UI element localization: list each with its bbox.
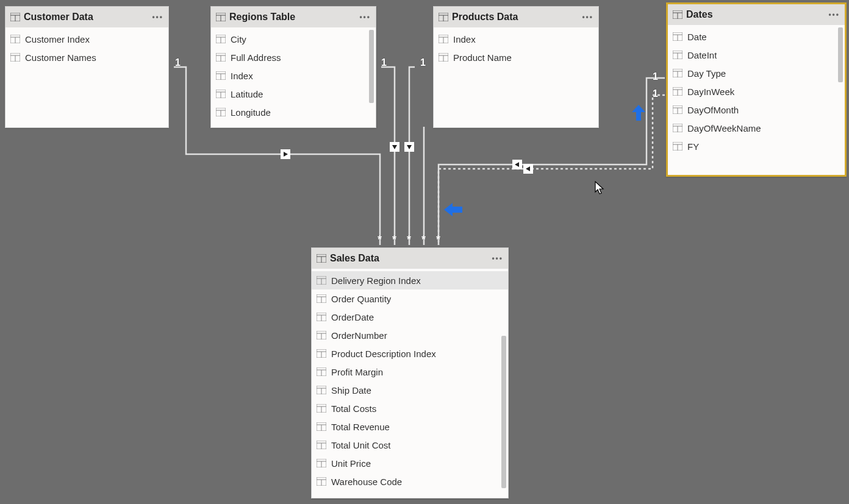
table-field[interactable]: Warehouse Code [312, 472, 508, 491]
table-icon [673, 10, 682, 19]
field-label: OrderNumber [331, 330, 387, 341]
table-field[interactable]: Index [211, 66, 376, 85]
column-icon [673, 32, 682, 41]
table-body: Date DateInt Day Type DayInWeek DayOfMon… [668, 25, 845, 175]
cardinality-many: * [392, 233, 396, 246]
table-field[interactable]: Ship Date [312, 381, 508, 399]
direction-marker [404, 142, 414, 152]
column-icon [673, 69, 682, 77]
field-label: Full Address [231, 52, 281, 63]
table-header[interactable]: Customer Data ••• [5, 7, 168, 27]
field-label: DayOfWeekName [687, 123, 761, 133]
direction-marker [390, 142, 399, 152]
more-icon[interactable]: ••• [492, 254, 503, 263]
table-field[interactable]: FY [668, 137, 845, 155]
table-field[interactable]: Profit Margin [312, 363, 508, 381]
scrollbar[interactable] [501, 336, 506, 488]
table-header[interactable]: Dates ••• [668, 4, 845, 25]
table-header[interactable]: Products Data ••• [434, 7, 598, 27]
field-label: Ship Date [331, 385, 371, 396]
table-field[interactable]: OrderDate [312, 308, 508, 326]
more-icon[interactable]: ••• [582, 13, 593, 21]
field-label: Date [687, 32, 707, 42]
table-customer-data[interactable]: Customer Data ••• Customer Index Custome… [5, 6, 169, 128]
table-body: Customer Index Customer Names [5, 27, 168, 127]
table-field[interactable]: Unit Price [312, 454, 508, 472]
table-field[interactable]: DayOfMonth [668, 101, 845, 119]
table-field[interactable]: Date [668, 27, 845, 46]
table-regions[interactable]: Regions Table ••• City Full Address Inde… [210, 6, 376, 128]
column-icon [216, 90, 226, 98]
table-field[interactable]: Customer Index [5, 30, 168, 48]
field-label: Latitude [231, 89, 263, 99]
svg-marker-0 [284, 152, 288, 157]
table-products[interactable]: Products Data ••• Index Product Name [433, 6, 599, 128]
table-field[interactable]: Latitude [211, 85, 376, 103]
field-label: FY [687, 141, 699, 152]
column-icon [317, 441, 326, 449]
table-field[interactable]: DayInWeek [668, 82, 845, 101]
table-header[interactable]: Sales Data ••• [312, 248, 508, 269]
column-icon [317, 477, 326, 486]
table-field[interactable]: Product Description Index [312, 344, 508, 363]
more-icon[interactable]: ••• [828, 10, 840, 19]
column-icon [673, 142, 682, 151]
table-icon [216, 13, 226, 21]
column-icon [317, 313, 326, 321]
column-icon [317, 404, 326, 413]
column-icon [317, 422, 326, 431]
table-field[interactable]: Product Name [434, 48, 598, 66]
table-field[interactable]: Day Type [668, 64, 845, 82]
table-field[interactable]: City [211, 30, 376, 48]
field-label: Total Unit Cost [331, 440, 391, 450]
svg-marker-6 [444, 203, 462, 216]
table-field[interactable]: Total Unit Cost [312, 436, 508, 454]
more-icon[interactable]: ••• [152, 13, 163, 21]
scrollbar[interactable] [369, 30, 374, 103]
table-body: Delivery Region Index Order Quantity Ord… [312, 269, 508, 498]
column-icon [216, 53, 226, 62]
table-field[interactable]: Delivery Region Index [312, 271, 508, 289]
field-label: Total Costs [331, 403, 376, 414]
direction-marker [512, 160, 522, 169]
column-icon [673, 51, 682, 59]
direction-marker [281, 149, 290, 159]
cardinality-one: 1 [381, 57, 387, 68]
column-icon [216, 108, 226, 116]
table-field[interactable]: DayOfWeekName [668, 119, 845, 137]
table-field[interactable]: Index [434, 30, 598, 48]
table-title: Customer Data [24, 12, 152, 23]
column-icon [317, 294, 326, 303]
table-field[interactable]: Total Costs [312, 399, 508, 417]
annotation-arrow-left [444, 203, 462, 219]
column-icon [317, 276, 326, 285]
table-title: Products Data [452, 12, 582, 23]
cardinality-one: 1 [653, 71, 658, 82]
field-label: Day Type [687, 68, 726, 79]
table-field[interactable]: Customer Names [5, 48, 168, 66]
field-label: Index [231, 71, 253, 81]
table-title: Regions Table [229, 12, 359, 23]
field-label: Total Revenue [331, 422, 390, 432]
table-field[interactable]: Longitude [211, 103, 376, 121]
cardinality-many: * [436, 233, 440, 246]
table-icon [439, 13, 448, 21]
table-field[interactable]: DateInt [668, 46, 845, 64]
more-icon[interactable]: ••• [359, 13, 371, 21]
table-field[interactable]: OrderNumber [312, 326, 508, 344]
table-dates[interactable]: Dates ••• Date DateInt Day Type DayInWee… [666, 2, 847, 177]
column-icon [317, 349, 326, 358]
table-field[interactable]: Order Quantity [312, 289, 508, 308]
cardinality-one: 1 [175, 57, 181, 68]
table-sales[interactable]: Sales Data ••• Delivery Region Index Ord… [311, 247, 509, 499]
scrollbar[interactable] [838, 27, 843, 82]
table-header[interactable]: Regions Table ••• [211, 7, 376, 27]
column-icon [317, 367, 326, 376]
svg-marker-2 [407, 145, 412, 149]
table-field[interactable]: Full Address [211, 48, 376, 66]
field-label: Unit Price [331, 458, 371, 469]
table-field[interactable]: Total Revenue [312, 417, 508, 436]
model-canvas[interactable]: 1 1 1 1 1 * * * * * Customer Data ••• Cu… [0, 0, 849, 504]
column-icon [673, 87, 682, 96]
field-label: Longitude [231, 107, 271, 118]
